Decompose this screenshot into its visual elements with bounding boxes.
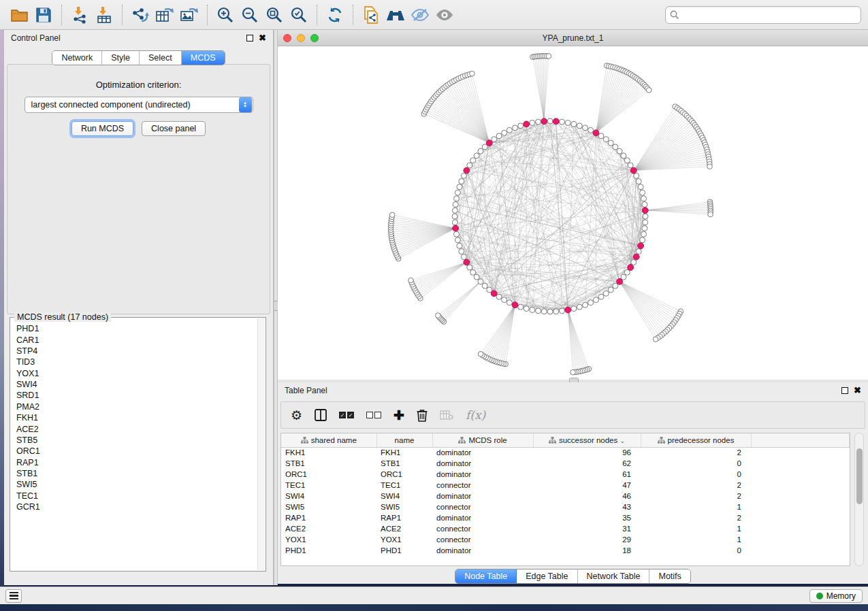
table-row[interactable]: TEC1TEC1connector472	[281, 480, 850, 491]
table-cell[interactable]: 46	[533, 491, 641, 501]
column-header-shared-name[interactable]: shared name	[281, 433, 376, 447]
table-cell[interactable]: YOX1	[376, 534, 432, 545]
table-cell[interactable]: 31	[533, 523, 641, 534]
table-cell[interactable]: 47	[533, 480, 641, 491]
zoom-out-icon[interactable]	[238, 3, 262, 27]
refresh-icon[interactable]	[323, 3, 347, 27]
zoom-selected-icon[interactable]	[287, 3, 311, 27]
float-panel-icon[interactable]	[841, 387, 848, 394]
network-search-box[interactable]	[665, 6, 861, 24]
mcds-result-item[interactable]: TID3	[11, 357, 257, 367]
network-window-titlebar[interactable]: YPA_prune.txt_1	[278, 30, 868, 46]
table-row[interactable]: PHD1PHD1dominator180	[281, 545, 850, 556]
table-cell[interactable]: TEC1	[376, 480, 432, 491]
table-cell[interactable]: 62	[533, 458, 641, 469]
close-panel-icon[interactable]: ✖	[854, 387, 861, 394]
table-row[interactable]: FKH1FKH1dominator962	[281, 447, 850, 458]
table-cell[interactable]: SWI4	[376, 491, 432, 501]
table-cell[interactable]: RAP1	[281, 512, 376, 523]
table-cell[interactable]: connector	[432, 480, 533, 491]
export-table-icon[interactable]	[152, 3, 177, 27]
table-cell[interactable]: 2	[641, 491, 751, 501]
table-cell[interactable]: connector	[432, 523, 533, 534]
close-panel-button[interactable]: Close panel	[142, 121, 206, 136]
column-header-predecessor-nodes[interactable]: predecessor nodes	[641, 433, 751, 447]
table-cell[interactable]: ORC1	[281, 469, 376, 480]
mcds-result-item[interactable]: STB1	[11, 468, 257, 479]
table-row[interactable]: ACE2ACE2connector311	[281, 523, 850, 534]
column-header-successor-nodes[interactable]: successor nodes ⌄	[533, 433, 641, 447]
run-mcds-button[interactable]: Run MCDS	[71, 121, 133, 136]
duplicate-network-icon[interactable]	[359, 3, 383, 27]
mcds-result-item[interactable]: ORC1	[11, 446, 257, 457]
open-folder-icon[interactable]	[7, 3, 31, 27]
window-zoom-icon[interactable]	[310, 34, 319, 42]
table-row[interactable]: STB1STB1dominator620	[281, 458, 850, 469]
table-cell[interactable]: FKH1	[281, 447, 376, 458]
import-network-icon[interactable]	[67, 3, 92, 27]
table-cell[interactable]: dominator	[432, 447, 533, 458]
table-cell[interactable]: 61	[533, 469, 641, 480]
mcds-result-item[interactable]: RAP1	[11, 457, 257, 468]
zoom-in-icon[interactable]	[213, 3, 238, 27]
table-cell[interactable]: 29	[533, 534, 641, 545]
float-panel-icon[interactable]	[246, 35, 253, 42]
zoom-fit-icon[interactable]	[262, 3, 287, 27]
mcds-result-item[interactable]: PMA2	[11, 401, 257, 412]
table-cell[interactable]: 1	[641, 523, 751, 534]
table-cell[interactable]: FKH1	[376, 447, 432, 458]
table-cell[interactable]: 18	[533, 545, 641, 556]
task-history-icon[interactable]	[5, 589, 22, 603]
export-network-icon[interactable]	[128, 3, 152, 27]
column-header-mcds-role[interactable]: MCDS role	[432, 433, 533, 447]
mcds-result-item[interactable]: SWI4	[11, 379, 257, 390]
table-cell[interactable]: ACE2	[376, 523, 432, 534]
search-input[interactable]	[682, 10, 856, 20]
mcds-result-item[interactable]: SWI5	[11, 479, 257, 490]
mcds-result-item[interactable]: YOX1	[11, 368, 257, 379]
table-row[interactable]: ORC1ORC1dominator610	[281, 469, 850, 480]
mcds-result-item[interactable]: STP4	[11, 346, 257, 357]
tab-select[interactable]: Select	[140, 51, 182, 65]
add-column-icon[interactable]: ✚	[393, 406, 404, 425]
table-cell[interactable]: dominator	[432, 545, 533, 556]
export-image-icon[interactable]	[177, 3, 202, 27]
table-cell[interactable]: dominator	[432, 458, 533, 469]
table-cell[interactable]: STB1	[376, 458, 432, 469]
delete-column-trash-icon[interactable]	[417, 406, 428, 425]
column-header-name[interactable]: name	[376, 433, 432, 447]
criterion-dropdown[interactable]: largest connected component (undirected)…	[25, 97, 253, 113]
table-cell[interactable]: dominator	[432, 512, 533, 523]
table-cell[interactable]: ORC1	[376, 469, 432, 480]
table-cell[interactable]: 0	[641, 545, 751, 556]
tab-style[interactable]: Style	[102, 51, 140, 65]
table-row[interactable]: RAP1RAP1dominator352	[281, 512, 850, 523]
table-scrollbar[interactable]	[854, 433, 864, 566]
table-cell[interactable]: 0	[641, 469, 751, 480]
table-cell[interactable]: TEC1	[281, 480, 376, 491]
tab-edge-table[interactable]: Edge Table	[517, 569, 577, 583]
table-cell[interactable]: SWI5	[281, 501, 376, 512]
table-cell[interactable]: ACE2	[281, 523, 376, 534]
table-cell[interactable]: STB1	[281, 458, 376, 469]
table-cell[interactable]: 2	[641, 447, 751, 458]
mcds-result-item[interactable]: ACE2	[11, 423, 257, 434]
table-cell[interactable]: 35	[533, 512, 641, 523]
table-settings-gear-icon[interactable]: ⚙	[291, 406, 302, 425]
mcds-result-item[interactable]: PHD1	[11, 323, 257, 334]
mcds-result-item[interactable]: TEC1	[11, 491, 257, 501]
table-cell[interactable]: 96	[533, 447, 641, 458]
table-cell[interactable]: 0	[641, 458, 751, 469]
table-cell[interactable]: SWI5	[376, 501, 432, 512]
table-row[interactable]: YOX1YOX1connector291	[281, 534, 850, 545]
table-cell[interactable]: dominator	[432, 469, 533, 480]
table-scrollbar-thumb[interactable]	[856, 448, 863, 504]
hide-selected-icon[interactable]	[408, 3, 432, 27]
table-cell[interactable]: dominator	[432, 491, 533, 501]
table-cell[interactable]: SWI4	[281, 491, 376, 501]
table-cell[interactable]: RAP1	[376, 512, 432, 523]
mcds-result-item[interactable]: GCR1	[11, 501, 257, 512]
table-cell[interactable]: YOX1	[281, 534, 376, 545]
memory-button[interactable]: Memory	[809, 589, 863, 603]
window-minimize-icon[interactable]	[297, 34, 305, 42]
